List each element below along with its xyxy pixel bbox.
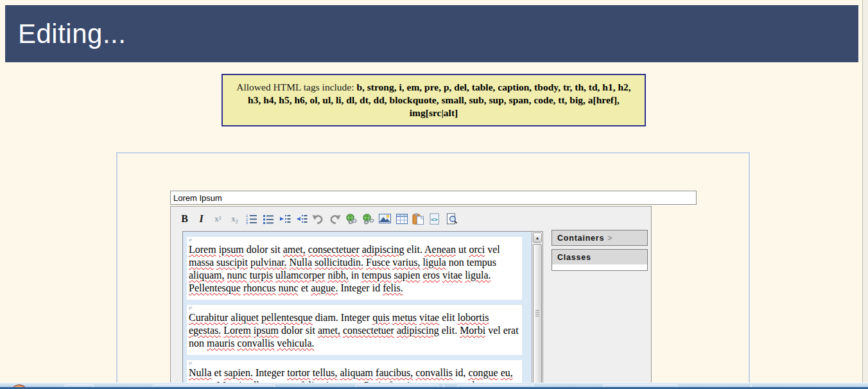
editor-scrollbar[interactable]: ▲ — [532, 232, 542, 389]
window-edge — [862, 0, 868, 389]
undo-icon — [312, 213, 324, 224]
bold-icon: B — [181, 213, 188, 225]
screen: Editing... Allowed HTML tags include: b,… — [0, 0, 868, 389]
insert-table-icon — [396, 214, 408, 224]
ordered-list-icon: 1 2 3 — [246, 214, 257, 224]
insert-image-button[interactable] — [379, 212, 391, 225]
unlink-button[interactable] — [362, 212, 374, 225]
paragraph-text: Lorem ipsum dolor sit amet, consectetuer… — [189, 243, 519, 295]
italic-button[interactable]: I — [195, 212, 207, 225]
superscript-icon: x² — [214, 214, 221, 224]
classes-empty-list — [551, 264, 648, 271]
svg-text:3: 3 — [246, 221, 248, 224]
bold-button[interactable]: B — [178, 212, 191, 225]
subscript-button[interactable]: x₂ — [229, 212, 241, 225]
outdent-icon — [296, 214, 308, 224]
unordered-list-icon — [263, 214, 274, 224]
editor-content[interactable]: PLorem ipsum dolor sit amet, consectetue… — [183, 232, 532, 389]
preview-icon — [446, 213, 458, 225]
title-input[interactable] — [170, 191, 697, 205]
italic-icon: I — [199, 213, 203, 225]
superscript-button[interactable]: x² — [212, 212, 224, 225]
insert-image-icon — [379, 213, 391, 224]
redo-button[interactable] — [329, 212, 341, 225]
paste-button[interactable] — [412, 212, 424, 225]
redo-icon — [329, 213, 341, 224]
html-source-icon: <> — [430, 213, 440, 225]
containers-expand-arrow: > — [607, 234, 612, 243]
scroll-thumb[interactable] — [533, 244, 542, 389]
editor-paragraph[interactable]: PLorem ipsum dolor sit amet, consectetue… — [187, 237, 522, 300]
insert-table-button[interactable] — [395, 212, 408, 225]
taskbar — [0, 383, 868, 389]
outdent-button[interactable] — [295, 212, 308, 225]
subscript-icon: x₂ — [231, 214, 238, 224]
editor-frame: PLorem ipsum dolor sit amet, consectetue… — [182, 231, 543, 389]
page-title: Editing... — [5, 19, 126, 49]
unlink-icon — [362, 213, 374, 225]
preview-button[interactable] — [446, 212, 458, 225]
scroll-grip — [535, 310, 539, 317]
notice-intro: Allowed HTML tags include: — [236, 82, 356, 92]
paragraph-tag-label: P — [189, 238, 192, 243]
scroll-up-button[interactable]: ▲ — [533, 232, 542, 243]
svg-text:<>: <> — [431, 216, 438, 222]
paste-icon — [412, 213, 424, 225]
classes-panel-button[interactable]: Classes — [551, 249, 648, 265]
paragraph-tag-label: P — [189, 361, 192, 367]
html-source-button[interactable]: <> — [429, 212, 441, 225]
allowed-tags-notice: Allowed HTML tags include: b, strong, i,… — [221, 74, 646, 126]
indent-icon — [279, 214, 291, 224]
undo-button[interactable] — [312, 212, 324, 225]
containers-panel-button[interactable]: Containers > — [551, 230, 648, 246]
paragraph-tag-label: P — [189, 306, 192, 311]
classes-label: Classes — [557, 253, 591, 262]
page-header: Editing... — [5, 5, 858, 62]
editor-toolbar: B I x² x₂ 1 2 3 — [171, 207, 651, 230]
indent-button[interactable] — [279, 212, 291, 225]
insert-link-button[interactable] — [345, 212, 358, 225]
containers-label: Containers — [557, 234, 604, 243]
paragraph-text: Curabitur aliquet pellentesque diam. Int… — [189, 311, 519, 350]
ordered-list-button[interactable]: 1 2 3 — [245, 212, 257, 225]
editor-paragraph[interactable]: PCurabitur aliquet pellentesque diam. In… — [187, 305, 522, 355]
unordered-list-button[interactable] — [262, 212, 274, 225]
editor-wrapper: B I x² x₂ 1 2 3 — [170, 206, 652, 389]
insert-link-icon — [345, 213, 358, 225]
